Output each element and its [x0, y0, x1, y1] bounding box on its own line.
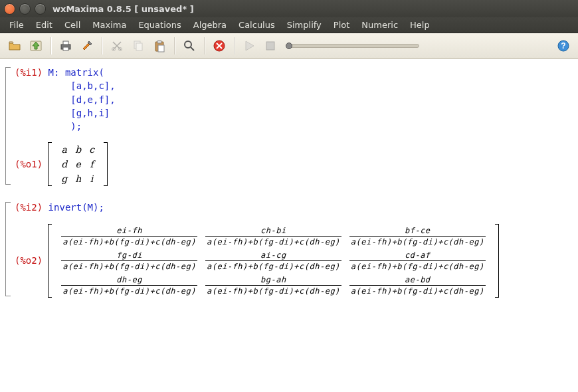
m00: a — [57, 142, 71, 157]
save-button[interactable] — [27, 37, 45, 55]
m12: f — [85, 157, 98, 171]
stop2-button[interactable] — [261, 37, 280, 55]
bracket-left — [48, 224, 52, 298]
menu-bar: File Edit Cell Maxima Equations Algebra … — [0, 17, 578, 33]
window-title: wxMaxima 0.8.5 [ unsaved* ] — [52, 4, 194, 14]
maximize-icon[interactable] — [35, 3, 46, 15]
bracket-right — [495, 224, 499, 298]
m02: c — [85, 142, 98, 157]
m21: h — [71, 171, 85, 186]
m10: d — [57, 157, 71, 171]
svg-rect-9 — [157, 41, 161, 43]
menu-algebra[interactable]: Algebra — [188, 19, 232, 31]
inv21: bg-aha(ei-fh)+b(fg-di)+c(dh-eg) — [201, 273, 345, 298]
find-button[interactable] — [180, 37, 199, 55]
help-button[interactable]: ? — [554, 37, 573, 55]
copy-button[interactable] — [129, 37, 147, 55]
code-1-2: [d,e,f], — [48, 94, 116, 105]
inv01: ch-bia(ei-fh)+b(fg-di)+c(dh-eg) — [201, 224, 345, 248]
output-2: (%o2) ei-fha(ei-fh)+b(fg-di)+c(dh-eg) ch… — [15, 224, 567, 298]
menu-calculus[interactable]: Calculus — [233, 19, 280, 31]
menu-simplify[interactable]: Simplify — [282, 19, 327, 31]
open-button[interactable] — [5, 37, 24, 55]
window-titlebar: wxMaxima 0.8.5 [ unsaved* ] — [0, 0, 578, 17]
inv02: bf-cea(ei-fh)+b(fg-di)+c(dh-eg) — [345, 224, 490, 248]
out-label-1: (%o1) — [15, 157, 43, 171]
matrix-small: a b c d e f g h i — [57, 142, 98, 186]
print-button[interactable] — [56, 37, 75, 55]
cell-2[interactable]: (%i2) invert(M); (%o2) ei-fha(ei-fh)+b(f… — [5, 201, 567, 297]
inv22: ae-bda(ei-fh)+b(fg-di)+c(dh-eg) — [345, 273, 490, 298]
separator — [102, 37, 102, 54]
stop-button[interactable] — [210, 37, 229, 55]
svg-rect-3 — [63, 47, 68, 50]
prefs-button[interactable] — [78, 37, 96, 55]
zoom-slider[interactable] — [286, 44, 419, 48]
menu-help[interactable]: Help — [405, 19, 435, 31]
inv11: ai-cga(ei-fh)+b(fg-di)+c(dh-eg) — [201, 248, 345, 273]
svg-rect-2 — [63, 41, 68, 45]
code-1-4: ); — [48, 121, 82, 132]
separator — [234, 37, 235, 54]
cell-1[interactable]: (%i1) M: matrix( [a,b,c], [d,e,f], [g,h,… — [5, 66, 567, 186]
m22: i — [85, 171, 98, 186]
menu-edit[interactable]: Edit — [31, 19, 58, 31]
out-label-2: (%o2) — [15, 254, 43, 267]
cut-button[interactable] — [108, 37, 126, 55]
m11: e — [71, 157, 85, 171]
code-1-1: [a,b,c], — [48, 80, 116, 91]
code-2-0: invert(M); — [48, 202, 104, 213]
matrix-inverse: ei-fha(ei-fh)+b(fg-di)+c(dh-eg) ch-bia(e… — [57, 224, 490, 298]
toolbar: ? — [0, 33, 578, 58]
m01: b — [71, 142, 85, 157]
cell-bracket[interactable] — [5, 67, 11, 185]
svg-text:?: ? — [561, 41, 565, 50]
separator — [174, 37, 175, 54]
inv12: cd-afa(ei-fh)+b(fg-di)+c(dh-eg) — [345, 248, 490, 273]
in-label-1: (%i1) — [15, 67, 43, 78]
slider-thumb[interactable] — [286, 43, 292, 49]
bracket-right — [104, 142, 108, 186]
m20: g — [57, 171, 71, 186]
menu-plot[interactable]: Plot — [328, 19, 355, 31]
menu-file[interactable]: File — [4, 19, 29, 31]
svg-point-11 — [185, 41, 191, 48]
inv10: fg-dia(ei-fh)+b(fg-di)+c(dh-eg) — [57, 248, 201, 273]
code-1-3: [g,h,i] — [48, 108, 110, 118]
close-icon[interactable] — [4, 3, 15, 15]
bracket-left — [48, 142, 52, 186]
code-1-0: M: matrix( — [48, 67, 104, 78]
inv20: dh-ega(ei-fh)+b(fg-di)+c(dh-eg) — [57, 273, 201, 298]
svg-rect-13 — [266, 42, 274, 50]
play-button[interactable] — [240, 37, 258, 55]
cell-bracket[interactable] — [5, 202, 11, 296]
menu-maxima[interactable]: Maxima — [87, 19, 132, 31]
menu-equations[interactable]: Equations — [133, 19, 186, 31]
svg-rect-10 — [158, 45, 164, 52]
worksheet[interactable]: (%i1) M: matrix( [a,b,c], [d,e,f], [g,h,… — [0, 58, 578, 392]
in-label-2: (%i2) — [15, 202, 43, 213]
separator — [50, 37, 51, 54]
output-1: (%o1) a b c d e f g h i — [15, 142, 567, 186]
input-2[interactable]: (%i2) invert(M); — [15, 201, 567, 214]
separator — [204, 37, 205, 54]
minimize-icon[interactable] — [19, 3, 31, 15]
menu-numeric[interactable]: Numeric — [356, 19, 403, 31]
input-1[interactable]: (%i1) M: matrix( [a,b,c], [d,e,f], [g,h,… — [15, 66, 567, 133]
inv00: ei-fha(ei-fh)+b(fg-di)+c(dh-eg) — [57, 224, 201, 248]
paste-button[interactable] — [150, 37, 169, 55]
svg-rect-7 — [136, 43, 142, 50]
menu-cell[interactable]: Cell — [59, 19, 86, 31]
